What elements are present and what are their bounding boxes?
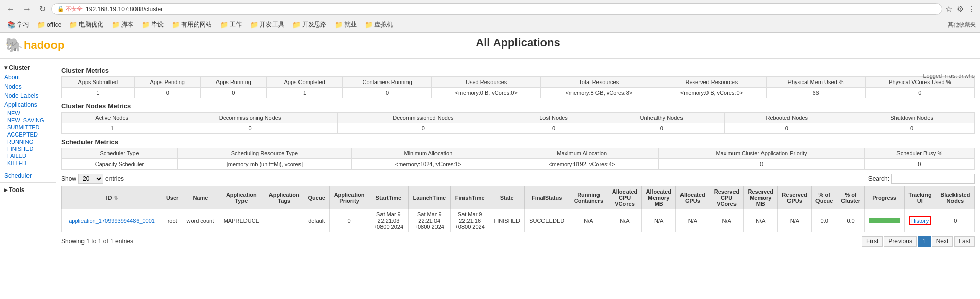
bookmark-office[interactable]: 📁 office — [34, 20, 64, 30]
cluster-metrics-table: Apps Submitted Apps Pending Apps Running… — [61, 76, 975, 98]
th-allocated-cpu: AllocatedCPUVCores — [608, 186, 642, 209]
sidebar-sub-new[interactable]: NEW — [0, 110, 56, 117]
val-unhealthy: 0 — [598, 123, 725, 134]
bookmark-label: 开发工具 — [260, 20, 284, 29]
col-used-resources: Used Resources — [432, 77, 541, 88]
refresh-button[interactable]: ↻ — [37, 3, 48, 15]
cluster-metrics-title: Cluster Metrics — [61, 67, 975, 74]
sidebar-item-nodes[interactable]: Nodes — [0, 82, 56, 91]
node-metrics-title: Cluster Nodes Metrics — [61, 102, 975, 110]
sidebar-divider — [0, 169, 56, 169]
node-metrics-table: Active Nodes Decommissioning Nodes Decom… — [61, 112, 975, 134]
node-metrics-row: 1 0 0 0 0 0 0 — [62, 123, 975, 134]
hadoop-logo: 🐘 hadoop — [0, 33, 56, 58]
sidebar-item-applications[interactable]: Applications — [0, 100, 56, 110]
star-icon[interactable]: ☆ — [945, 4, 952, 14]
app-id-link[interactable]: application_1709993994486_0001 — [69, 218, 155, 224]
cell-progress — [864, 209, 904, 232]
sidebar-sub-killed[interactable]: KILLED — [0, 159, 56, 167]
history-link[interactable]: History — [909, 216, 931, 225]
cell-start-time: Sat Mar 922:21:03+0800 2024 — [369, 209, 408, 232]
app-container: ▾ Cluster About Nodes Node Labels Applic… — [0, 59, 980, 299]
sidebar-tools-header[interactable]: ▸ Tools — [0, 185, 56, 195]
hadoop-elephant-icon: 🐘 — [5, 37, 23, 53]
col-lost-nodes: Lost Nodes — [509, 113, 598, 123]
bookmark-pc-opt[interactable]: 📁 电脑优化 — [66, 19, 106, 30]
pagination-buttons: First Previous 1 Next Last — [862, 236, 975, 247]
folder-icon: 📁 — [69, 21, 77, 29]
col-rebooted: Rebooted Nodes — [725, 113, 849, 123]
top-bar: 🐘 hadoop All Applications Logged in as: … — [0, 33, 980, 59]
extensions-icon[interactable]: ⚙ — [957, 4, 964, 14]
val-apps-submitted: 1 — [62, 88, 135, 98]
bookmark-employment[interactable]: 📁 就业 — [332, 19, 360, 30]
bookmark-useful-sites[interactable]: 📁 有用的网站 — [169, 19, 215, 30]
folder-icon: 📁 — [292, 21, 301, 29]
sort-icon-id: ⇅ — [114, 195, 118, 201]
sidebar-sub-failed[interactable]: FAILED — [0, 152, 56, 159]
sidebar-cluster-header[interactable]: ▾ Cluster — [0, 63, 56, 73]
bookmark-label: 毕设 — [151, 20, 164, 29]
previous-page-button[interactable]: Previous — [884, 236, 917, 247]
sidebar-item-about[interactable]: About — [0, 73, 56, 82]
val-decommissioned: 0 — [337, 123, 509, 134]
cell-tracking-ui[interactable]: History — [904, 209, 936, 232]
bookmark-dev-tools[interactable]: 📁 开发工具 — [247, 19, 287, 30]
th-id[interactable]: ID ⇅ — [62, 186, 162, 209]
sidebar-sub-submitted[interactable]: SUBMITTED — [0, 124, 56, 131]
bookmark-vm[interactable]: 📁 虚拟机 — [362, 19, 396, 30]
bookmark-script[interactable]: 📁 脚本 — [108, 19, 137, 30]
cell-state: FINISHED — [489, 209, 525, 232]
th-finish-time: FinishTime — [450, 186, 489, 209]
bookmark-graduation[interactable]: 📁 毕设 — [139, 19, 167, 30]
th-pct-queue: % ofQueue — [811, 186, 837, 209]
th-tracking-ui: TrackingUI — [904, 186, 936, 209]
col-unhealthy: Unhealthy Nodes — [598, 113, 725, 123]
folder-icon: 📁 — [112, 21, 120, 29]
entries-label: entries — [105, 175, 124, 182]
cell-id[interactable]: application_1709993994486_0001 — [62, 209, 162, 232]
cell-pct-queue: 0.0 — [811, 209, 837, 232]
th-allocated-mem: AllocatedMemoryMB — [642, 186, 676, 209]
sidebar-sub-accepted[interactable]: ACCEPTED — [0, 131, 56, 138]
search-input[interactable] — [891, 174, 975, 184]
sidebar-sub-new-saving[interactable]: NEW_SAVING — [0, 117, 56, 124]
val-apps-running: 0 — [200, 88, 266, 98]
val-phys-mem: 66 — [766, 88, 865, 98]
bookmark-label: office — [47, 21, 61, 29]
col-scheduler-busy: Scheduler Busy % — [864, 148, 974, 159]
address-bar[interactable]: 🔓 不安全 192.168.19.107:8088/cluster — [51, 3, 942, 15]
sidebar-sub-finished[interactable]: FINISHED — [0, 145, 56, 152]
bookmark-dev-thinking[interactable]: 📁 开发思路 — [289, 19, 330, 30]
menu-icon[interactable]: ⋮ — [968, 4, 976, 14]
bookmark-study[interactable]: 📚 学习 — [4, 19, 32, 30]
val-apps-completed: 1 — [266, 88, 342, 98]
col-reserved-resources: Reserved Resources — [657, 77, 766, 88]
cell-user: root — [162, 209, 182, 232]
sidebar-sub-running[interactable]: RUNNING — [0, 138, 56, 145]
next-page-button[interactable]: Next — [932, 236, 954, 247]
cell-app-tags — [264, 209, 304, 232]
sidebar-item-node-labels[interactable]: Node Labels — [0, 91, 56, 100]
col-total-resources: Total Resources — [541, 77, 657, 88]
th-pct-cluster: % ofCluster — [837, 186, 864, 209]
forward-button[interactable]: → — [20, 4, 34, 15]
page-1-button[interactable]: 1 — [918, 236, 931, 247]
last-page-button[interactable]: Last — [954, 236, 975, 247]
cell-blacklisted-nodes: 0 — [936, 209, 974, 232]
browser-icons: ☆ ⚙ ⋮ — [945, 4, 976, 14]
bookmark-label: 学习 — [17, 20, 29, 29]
applications-table: ID ⇅ User Name ApplicationType Applicati… — [61, 186, 975, 232]
back-button[interactable]: ← — [4, 4, 17, 15]
page-title: All Applications — [56, 36, 980, 49]
entries-select[interactable]: 20 50 100 — [78, 174, 103, 184]
browser-toolbar: ← → ↻ 🔓 不安全 192.168.19.107:8088/cluster … — [0, 0, 980, 18]
cluster-metrics-row: 1 0 0 1 0 <memory:0 B, vCores:0> <memory… — [62, 88, 975, 98]
bookmark-work[interactable]: 📁 工作 — [217, 19, 245, 30]
scheduler-metrics-title: Scheduler Metrics — [61, 138, 975, 146]
other-bookmarks[interactable]: 其他收藏夹 — [948, 21, 976, 29]
sidebar-item-scheduler[interactable]: Scheduler — [0, 171, 56, 180]
first-page-button[interactable]: First — [862, 236, 883, 247]
cell-final-status: SUCCEEDED — [525, 209, 569, 232]
val-scheduler-type: Capacity Scheduler — [62, 159, 178, 170]
